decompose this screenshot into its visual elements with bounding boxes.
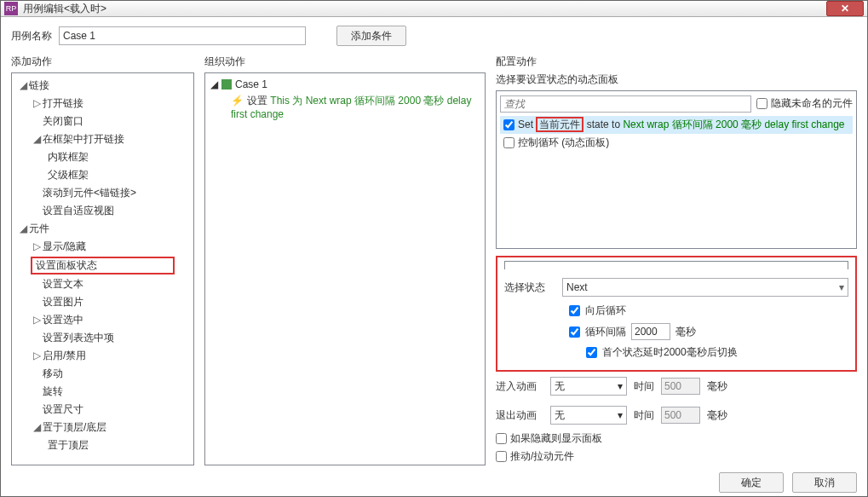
- anim-in-label: 进入动画: [496, 379, 543, 394]
- chevron-down-icon: ▾: [618, 380, 623, 392]
- tree-item-set-panel-state[interactable]: 设置面板状态: [31, 257, 175, 275]
- search-input[interactable]: [500, 95, 751, 113]
- window-title: 用例编辑<载入时>: [23, 2, 826, 16]
- anim-out-label: 退出动画: [496, 408, 543, 423]
- delay-check[interactable]: [586, 347, 597, 358]
- add-action-header: 添加动作: [11, 55, 194, 69]
- case-name-label: 用例名称: [11, 29, 52, 43]
- tree-item[interactable]: 内联框架: [12, 148, 193, 166]
- hide-unnamed-check[interactable]: 隐藏未命名的元件: [756, 95, 853, 113]
- tree-item[interactable]: ◢在框架中打开链接: [12, 130, 193, 148]
- config-header: 配置动作: [496, 55, 857, 69]
- panel-select-label: 选择要设置状态的动态面板: [496, 72, 857, 87]
- tree-item[interactable]: 设置列表选中项: [12, 329, 193, 347]
- organize-header: 组织动作: [204, 55, 486, 69]
- action-tree-panel: ◢链接 ▷打开链接 关闭窗口 ◢在框架中打开链接 内联框架 父级框架 滚动到元件…: [11, 72, 194, 465]
- tree-item[interactable]: 移动: [12, 365, 193, 383]
- interval-check[interactable]: [569, 327, 580, 338]
- anim-out-time[interactable]: [661, 407, 700, 424]
- tree-item[interactable]: 置于顶层: [12, 436, 193, 454]
- anim-out-select[interactable]: 无▾: [550, 406, 627, 425]
- case-name-input[interactable]: [59, 26, 306, 45]
- case-label: Case 1: [235, 78, 267, 90]
- show-if-hidden-check[interactable]: 如果隐藏则显示面板: [496, 430, 857, 448]
- tree-item[interactable]: 设置图片: [12, 293, 193, 311]
- tree-item[interactable]: ▷启用/禁用: [12, 347, 193, 365]
- add-condition-button[interactable]: 添加条件: [336, 26, 406, 46]
- tree-group-widget[interactable]: ◢元件: [12, 220, 193, 238]
- tree-item[interactable]: ◢置于顶层/底层: [12, 419, 193, 436]
- organize-panel: ◢ Case 1 ⚡设置 This 为 Next wrap 循环间隔 2000 …: [204, 72, 486, 465]
- tree-item[interactable]: 关闭窗口: [12, 113, 193, 130]
- state-config-box: 选择状态 Next▾ 向后循环 循环间隔毫秒 首个状态延时2000毫秒后切换: [496, 256, 857, 372]
- tree-item[interactable]: ▷设置选中: [12, 311, 193, 329]
- state-select[interactable]: Next▾: [562, 278, 848, 297]
- chevron-down-icon: ▾: [839, 281, 844, 293]
- panel-list: 隐藏未命名的元件 Set 当前元件 state to Next wrap 循环间…: [496, 90, 857, 249]
- chevron-down-icon: ▾: [618, 409, 623, 421]
- case-row[interactable]: ◢ Case 1: [205, 77, 485, 92]
- app-icon: RP: [4, 2, 18, 15]
- tree-item[interactable]: 设置自适应视图: [12, 202, 193, 220]
- tree-item[interactable]: 设置尺寸: [12, 401, 193, 419]
- ok-button[interactable]: 确定: [719, 472, 784, 493]
- titlebar: RP 用例编辑<载入时> ✕: [1, 1, 867, 17]
- panel-item-current[interactable]: Set 当前元件 state to Next wrap 循环间隔 2000 毫秒…: [500, 116, 853, 134]
- tree-item[interactable]: 旋转: [12, 383, 193, 401]
- cancel-button[interactable]: 取消: [792, 472, 857, 493]
- anim-in-time[interactable]: [661, 378, 700, 395]
- push-pull-check[interactable]: 推动/拉动元件: [496, 448, 857, 465]
- tree-item[interactable]: 父级框架: [12, 166, 193, 184]
- panel-item-control[interactable]: 控制循环 (动态面板): [500, 134, 853, 152]
- tree-group-link[interactable]: ◢链接: [12, 77, 193, 95]
- interval-input[interactable]: [631, 323, 670, 340]
- action-row[interactable]: ⚡设置 This 为 Next wrap 循环间隔 2000 毫秒 delay …: [205, 92, 485, 123]
- bolt-icon: ⚡: [231, 95, 244, 107]
- close-button[interactable]: ✕: [826, 1, 864, 16]
- tree-item[interactable]: ▷显示/隐藏: [12, 238, 193, 256]
- anim-in-select[interactable]: 无▾: [550, 377, 627, 396]
- tree-item[interactable]: 设置文本: [12, 275, 193, 293]
- state-label: 选择状态: [504, 280, 555, 295]
- panel-check[interactable]: [503, 119, 514, 130]
- tree-item[interactable]: 滚动到元件<锚链接>: [12, 184, 193, 202]
- tree-item[interactable]: ▷打开链接: [12, 95, 193, 113]
- case-icon: [221, 79, 232, 90]
- wrap-check[interactable]: [569, 305, 580, 316]
